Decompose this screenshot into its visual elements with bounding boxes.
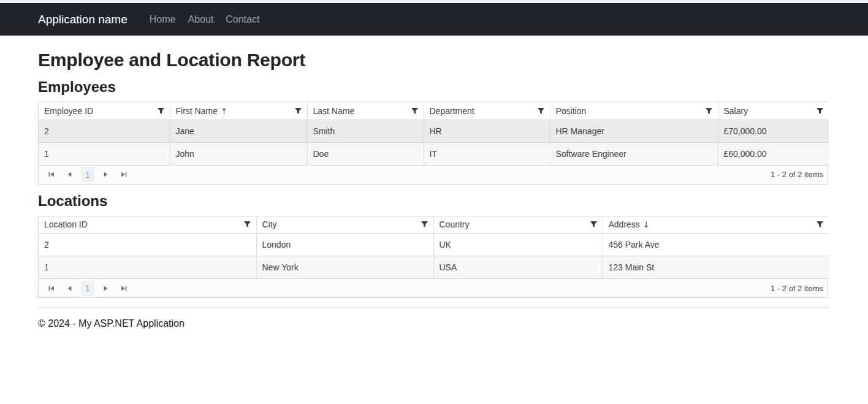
- column-title: Department: [430, 106, 474, 116]
- locations-header-location-id[interactable]: Location ID: [39, 216, 256, 234]
- filter-funnel-icon[interactable]: [704, 107, 714, 115]
- grid-cell: HR Manager: [550, 120, 718, 142]
- locations-grid: Location IDCityCountryAddress↓2LondonUK4…: [38, 216, 828, 299]
- grid-cell: Software Engineer: [550, 142, 718, 165]
- nav-link-about[interactable]: About: [181, 9, 219, 30]
- locations-header-country[interactable]: Country: [433, 216, 603, 234]
- filter-funnel-icon[interactable]: [293, 107, 303, 115]
- locations-pager-previous-page-button[interactable]: [61, 281, 78, 295]
- column-title: City: [262, 219, 277, 229]
- grid-cell: 1: [39, 142, 170, 165]
- locations-pager: 11 - 2 of 2 items: [39, 279, 828, 297]
- employees-row: 1JohnDoeITSoftware Engineer£60,000.00: [39, 142, 829, 165]
- app-navbar: Application name Home About Contact: [0, 3, 868, 36]
- previous-page-icon: [66, 284, 74, 292]
- column-title: Last Name: [313, 106, 355, 116]
- grid-cell: 123 Main St: [603, 256, 829, 279]
- locations-pager-page-1[interactable]: 1: [81, 281, 94, 296]
- employees-grid: Employee IDFirst Name↑Last NameDepartmen…: [38, 102, 828, 185]
- employees-header-salary[interactable]: Salary: [718, 102, 829, 120]
- employees-pager-last-page-button[interactable]: [116, 167, 132, 182]
- grid-cell: 2: [39, 234, 256, 256]
- nav-link-home[interactable]: Home: [143, 9, 182, 30]
- filter-funnel-icon[interactable]: [156, 107, 166, 115]
- employees-table: Employee IDFirst Name↑Last NameDepartmen…: [39, 102, 829, 166]
- grid-cell: £70,000.00: [718, 120, 829, 142]
- last-page-icon: [120, 170, 128, 178]
- grid-cell: 1: [39, 256, 256, 279]
- employees-row: 2JaneSmithHRHR Manager£70,000.00: [39, 120, 829, 142]
- column-title: Country: [440, 219, 470, 229]
- employees-pager-info: 1 - 2 of 2 items: [771, 170, 823, 179]
- locations-header-address[interactable]: Address↓: [603, 216, 829, 234]
- column-title: Position: [556, 106, 587, 116]
- last-page-icon: [120, 284, 128, 292]
- employees-pager-next-page-button[interactable]: [97, 167, 114, 182]
- grid-cell: 456 Park Ave: [603, 234, 829, 256]
- grid-cell: London: [256, 234, 433, 256]
- grid-cell: UK: [433, 234, 603, 256]
- filter-funnel-icon[interactable]: [815, 107, 825, 115]
- employees-heading: Employees: [38, 78, 828, 96]
- grid-cell: New York: [256, 256, 433, 279]
- filter-funnel-icon[interactable]: [815, 220, 825, 229]
- first-page-icon: [47, 284, 55, 292]
- grid-cell: Doe: [307, 142, 424, 165]
- filter-funnel-icon[interactable]: [409, 107, 420, 115]
- grid-cell: Smith: [307, 120, 424, 142]
- grid-cell: USA: [433, 256, 603, 279]
- grid-cell: HR: [424, 120, 550, 142]
- footer-text: © 2024 - My ASP.NET Application: [38, 308, 828, 340]
- locations-header-row: Location IDCityCountryAddress↓: [39, 216, 829, 234]
- employees-header-position[interactable]: Position: [550, 102, 718, 120]
- employees-pager-first-page-button[interactable]: [43, 167, 59, 182]
- locations-table: Location IDCityCountryAddress↓2LondonUK4…: [39, 216, 829, 280]
- locations-pager-first-page-button[interactable]: [43, 281, 59, 295]
- column-title: Employee ID: [44, 106, 93, 116]
- locations-row: 2LondonUK456 Park Ave: [39, 234, 829, 256]
- nav-link-contact[interactable]: Contact: [219, 9, 265, 30]
- main-content: Employee and Location Report Employees E…: [0, 50, 868, 340]
- sort-desc-icon: ↓: [643, 220, 650, 229]
- grid-cell: 2: [39, 120, 170, 142]
- navbar-brand[interactable]: Application name: [38, 13, 128, 26]
- column-title: Address↓: [609, 219, 650, 229]
- filter-funnel-icon[interactable]: [588, 220, 599, 229]
- next-page-icon: [102, 170, 110, 178]
- sort-asc-icon: ↑: [221, 107, 227, 116]
- employees-header-first-name[interactable]: First Name↑: [170, 102, 307, 120]
- grid-cell: Jane: [170, 120, 307, 142]
- locations-row: 1New YorkUSA123 Main St: [39, 256, 829, 279]
- filter-funnel-icon[interactable]: [242, 220, 253, 229]
- employees-header-employee-id[interactable]: Employee ID: [39, 102, 170, 120]
- locations-pager-info: 1 - 2 of 2 items: [771, 284, 823, 293]
- employees-pager: 11 - 2 of 2 items: [39, 166, 828, 184]
- locations-pager-last-page-button[interactable]: [116, 281, 132, 295]
- first-page-icon: [47, 170, 55, 178]
- employees-pager-page-1[interactable]: 1: [81, 167, 94, 182]
- employees-header-last-name[interactable]: Last Name: [307, 102, 424, 120]
- filter-funnel-icon[interactable]: [536, 107, 546, 115]
- previous-page-icon: [66, 170, 74, 178]
- column-title: Location ID: [44, 219, 88, 229]
- grid-cell: IT: [424, 142, 550, 165]
- column-title: First Name↑: [176, 106, 227, 116]
- grid-cell: £60,000.00: [718, 142, 829, 165]
- column-title: Salary: [724, 106, 748, 116]
- employees-pager-previous-page-button[interactable]: [61, 167, 78, 182]
- next-page-icon: [102, 284, 110, 292]
- filter-funnel-icon[interactable]: [419, 220, 430, 229]
- locations-heading: Locations: [38, 192, 828, 210]
- locations-pager-next-page-button[interactable]: [97, 281, 114, 295]
- page-title: Employee and Location Report: [38, 50, 828, 71]
- grid-cell: John: [170, 142, 307, 165]
- employees-header-row: Employee IDFirst Name↑Last NameDepartmen…: [39, 102, 829, 120]
- employees-header-department[interactable]: Department: [424, 102, 550, 120]
- locations-header-city[interactable]: City: [256, 216, 433, 234]
